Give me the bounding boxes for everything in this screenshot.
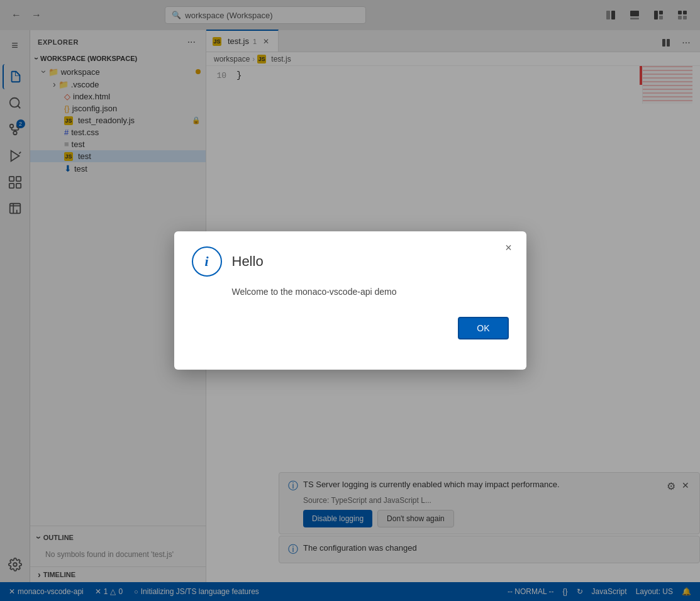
- modal-header: i Hello: [192, 246, 509, 277]
- info-letter: i: [204, 253, 208, 270]
- modal-close-button[interactable]: ×: [500, 239, 518, 256]
- modal-dialog: × i Hello Welcome to the monaco-vscode-a…: [174, 231, 526, 370]
- modal-body: Welcome to the monaco-vscode-api demo: [192, 287, 509, 297]
- modal-overlay[interactable]: × i Hello Welcome to the monaco-vscode-a…: [0, 0, 700, 601]
- modal-ok-button[interactable]: OK: [458, 317, 508, 339]
- modal-info-icon: i: [192, 246, 222, 277]
- modal-title: Hello: [232, 253, 264, 270]
- modal-footer: OK: [192, 317, 509, 339]
